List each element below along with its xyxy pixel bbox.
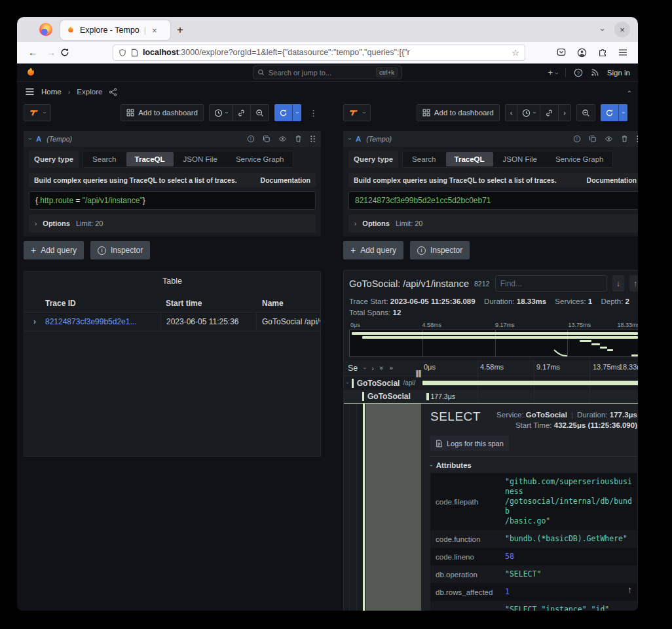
forward-icon[interactable]: → — [42, 47, 60, 58]
breadcrumb-explore[interactable]: Explore — [77, 88, 102, 96]
remove-query-trash-icon[interactable] — [295, 135, 302, 143]
tab-service-graph[interactable]: Service Graph — [547, 152, 612, 166]
drag-handle-icon[interactable] — [636, 135, 638, 143]
link-split-button-right[interactable] — [540, 105, 559, 121]
traceql-query-input-right[interactable]: 82124873cf3e99b5d2e1cc5d2bc0eb71 — [348, 191, 638, 210]
shield-icon[interactable] — [119, 48, 126, 57]
url-text[interactable]: localhost:3000/explore?orgId=1&left={"da… — [143, 48, 507, 57]
extensions-icon[interactable] — [598, 48, 607, 57]
query-row-header[interactable]: › A (Tempo) ! — [24, 131, 321, 147]
tab-search[interactable]: Search — [84, 152, 124, 166]
attribute-row[interactable]: db.operation "SELECT" — [430, 565, 637, 583]
time-forward-button[interactable]: › — [559, 105, 570, 121]
attributes-toggle[interactable]: › Attributes — [430, 461, 637, 469]
tab-close-icon[interactable]: × — [151, 26, 159, 35]
collapse-query-chevron-icon[interactable]: › — [346, 138, 353, 140]
mega-menu-icon[interactable] — [25, 88, 35, 96]
tab-search[interactable]: Search — [403, 152, 444, 166]
drag-handle-icon[interactable] — [310, 135, 316, 143]
tab-json-file[interactable]: JSON File — [495, 152, 546, 166]
tab-service-graph[interactable]: Service Graph — [227, 152, 293, 166]
new-tab-button[interactable]: + — [177, 24, 183, 37]
time-picker-button[interactable]: › — [210, 105, 233, 121]
tab-json-file[interactable]: JSON File — [175, 152, 226, 166]
minimap-graph[interactable] — [349, 330, 638, 357]
query-help-icon[interactable]: ! — [247, 135, 255, 143]
options-toggle[interactable]: › Options Limit: 20 — [29, 214, 316, 233]
logs-for-span-button[interactable]: Logs for this span — [430, 436, 509, 451]
time-picker-button-right[interactable]: › — [517, 105, 540, 121]
browser-tab[interactable]: Explore - Tempo | × — [60, 20, 170, 40]
table-row[interactable]: › 82124873cf3e99b5d2e1... 2023-06-05 11:… — [24, 312, 320, 332]
grafana-logo[interactable] — [25, 67, 37, 79]
news-icon[interactable] — [591, 68, 599, 77]
col-start-time[interactable]: Start time — [160, 299, 256, 308]
add-query-button[interactable]: +Add query — [24, 241, 84, 259]
trace-minimap[interactable]: 0μs 4.58ms 9.17ms 13.75ms 18.33ms — [349, 322, 638, 357]
options-toggle[interactable]: › Options Limit: 20 — [348, 214, 638, 233]
add-query-button[interactable]: +Add query — [343, 241, 403, 259]
account-icon[interactable] — [577, 48, 587, 58]
attribute-row[interactable]: db.rows_affected 1 — [430, 583, 637, 601]
reload-icon[interactable] — [60, 48, 79, 57]
remove-query-trash-icon[interactable] — [621, 135, 628, 143]
datasource-picker[interactable]: › — [24, 104, 51, 121]
disable-query-eye-icon[interactable] — [605, 135, 613, 143]
inspector-button[interactable]: iInspector — [90, 241, 150, 259]
time-back-button[interactable]: ‹ — [506, 105, 518, 121]
scroll-to-top-icon[interactable]: ↑ — [627, 584, 632, 595]
link-split-button[interactable] — [233, 105, 251, 121]
help-icon[interactable]: ? — [574, 68, 583, 77]
span-row-root[interactable]: › GoToSocial /api/ — [344, 376, 638, 390]
breadcrumb-home[interactable]: Home — [41, 88, 62, 96]
find-prev-button[interactable]: ↓ — [612, 275, 624, 292]
query-row-header[interactable]: › A (Tempo) ! — [343, 131, 638, 147]
global-search[interactable]: Search or jump to... ctrl+k — [253, 66, 402, 79]
disable-query-eye-icon[interactable] — [278, 135, 287, 143]
col-name[interactable]: Name — [256, 299, 284, 308]
back-icon[interactable]: ← — [24, 47, 42, 58]
span-row-selected[interactable]: GoToSocial 177.3μs — [344, 390, 638, 404]
span-collapse-chevron-icon[interactable]: › — [345, 382, 350, 384]
col-trace-id[interactable]: Trace ID — [45, 299, 160, 308]
url-field[interactable]: localhost:3000/explore?orgId=1&left={"da… — [113, 45, 525, 61]
row-expander-icon[interactable]: › — [24, 313, 45, 331]
kebab-menu-icon[interactable]: ⋮ — [307, 108, 321, 118]
tab-traceql[interactable]: TraceQL — [446, 152, 493, 166]
duplicate-query-icon[interactable] — [263, 135, 271, 143]
documentation-link[interactable]: Documentation — [587, 176, 637, 184]
zoom-out-button-right[interactable] — [577, 105, 595, 121]
datasource-picker-right[interactable]: › — [343, 104, 371, 121]
firefox-icon[interactable] — [39, 23, 52, 36]
run-query-dropdown[interactable]: › — [292, 104, 301, 121]
zoom-out-button[interactable] — [251, 105, 269, 121]
collapse-chevron-icon[interactable]: › — [625, 90, 633, 93]
collapse-all-icon[interactable]: » — [378, 366, 385, 370]
table-panel-title[interactable]: Table — [24, 272, 320, 295]
collapse-one-icon[interactable]: › — [371, 364, 374, 372]
attribute-row[interactable]: code.function "bundb.(*basicDB).GetWhere… — [430, 530, 637, 548]
share-icon[interactable] — [109, 88, 117, 96]
trace-id-link[interactable]: 82124873cf3e99b5d2e1... — [45, 317, 136, 326]
sign-in-link[interactable]: Sign in — [607, 69, 630, 77]
find-next-button[interactable]: ↑ — [629, 275, 638, 292]
documentation-link[interactable]: Documentation — [261, 176, 310, 184]
tab-list-chevron-icon[interactable]: › — [597, 28, 607, 31]
collapse-query-chevron-icon[interactable]: › — [27, 138, 33, 140]
attribute-row[interactable]: "SELECT "instance"."id", "instance"."cre… — [430, 601, 637, 611]
query-help-icon[interactable]: ! — [573, 135, 581, 143]
header-chevron-down-icon[interactable]: › — [362, 367, 368, 369]
window-close-button[interactable]: × — [614, 22, 630, 37]
bookmark-star-icon[interactable]: ☆ — [512, 48, 519, 58]
service-operation-header[interactable]: Se — [348, 364, 358, 373]
pocket-icon[interactable] — [557, 48, 566, 57]
add-to-dashboard-button-right[interactable]: Add to dashboard — [417, 104, 500, 121]
expand-all-icon[interactable]: » — [390, 364, 394, 372]
run-query-dropdown-right[interactable]: › — [618, 104, 627, 121]
span-bar[interactable] — [422, 381, 638, 385]
run-query-button-right[interactable]: › — [601, 104, 627, 121]
create-plus-button[interactable]: + › — [548, 67, 557, 77]
inspector-button[interactable]: iInspector — [410, 241, 470, 259]
attribute-row[interactable]: code.lineno 58 — [430, 548, 637, 565]
menu-hamburger-icon[interactable] — [618, 48, 627, 56]
